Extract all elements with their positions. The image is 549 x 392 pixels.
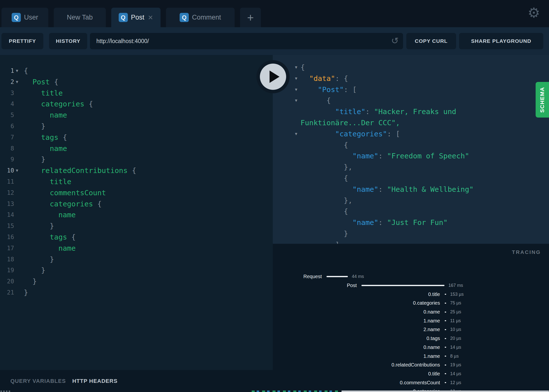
trace-row: 2.name10 µs xyxy=(273,325,549,334)
editor-line: 21} xyxy=(0,287,273,298)
tab-post[interactable]: QPost✕ xyxy=(111,8,161,27)
tab-label: Comment xyxy=(192,14,221,21)
code-line: "Post": [ xyxy=(301,84,357,95)
response-line: }, xyxy=(273,195,549,206)
response-line: }, xyxy=(273,162,549,173)
code-line: Post { xyxy=(24,76,58,88)
trace-resolver-label: 0.name xyxy=(273,309,440,315)
code-line: "categories": [ xyxy=(301,128,400,140)
query-badge-icon: Q xyxy=(119,13,128,22)
code-line: "title": "Hacker, Freaks und xyxy=(301,106,456,117)
trace-duration-bar xyxy=(445,329,446,330)
tab-http-headers[interactable]: HTTP HEADERS xyxy=(72,378,118,384)
code-line: name xyxy=(24,243,76,254)
trace-duration-bar xyxy=(445,312,446,313)
trace-row: 0.relatedContributions19 µs xyxy=(273,361,549,369)
code-line: name xyxy=(24,110,67,121)
trace-duration-value: 153 µs xyxy=(450,292,464,297)
code-line: { xyxy=(301,173,348,184)
tab-new-tab[interactable]: New Tab xyxy=(54,8,106,27)
trace-duration-value: 75 µs xyxy=(450,300,461,306)
schema-tab-label: SCHEMA xyxy=(539,87,546,113)
prettify-button[interactable]: PRETTIFY xyxy=(1,33,43,49)
execute-query-button[interactable] xyxy=(256,60,290,93)
fold-arrow-icon[interactable]: ▾ xyxy=(14,76,24,88)
trace-row: 1.name8 µs xyxy=(273,352,549,361)
code-line: title xyxy=(24,176,71,187)
line-number: 5 xyxy=(0,110,14,121)
tab-query-variables[interactable]: QUERY VARIABLES xyxy=(10,378,66,384)
code-line: } xyxy=(24,265,45,276)
code-line: } xyxy=(24,254,54,265)
response-line: "name": "Health & Wellbeing" xyxy=(273,184,549,195)
code-line: } xyxy=(301,228,348,239)
close-tab-icon[interactable]: ✕ xyxy=(148,14,153,21)
fold-arrow-icon xyxy=(14,121,24,132)
editor-line: 4 categories { xyxy=(0,98,273,110)
bottom-edge-artifact xyxy=(0,391,11,392)
tracing-panel: TRACING Request44 msPost167 ms0.title153… xyxy=(273,244,549,392)
add-tab-button[interactable]: + xyxy=(240,8,261,27)
fold-arrow-icon xyxy=(14,132,24,143)
copy-curl-button[interactable]: COPY CURL xyxy=(406,33,456,49)
trace-duration-bar xyxy=(445,373,446,374)
line-number: 19 xyxy=(0,265,14,276)
reset-endpoint-icon[interactable]: ↺ xyxy=(391,36,399,45)
fold-arrow-icon[interactable]: ▾ xyxy=(14,165,24,176)
fold-arrow-icon xyxy=(14,98,24,110)
trace-resolver-label: 2.name xyxy=(273,327,440,332)
trace-resolver-label: 0.title xyxy=(273,371,440,377)
trace-row: 0.name25 µs xyxy=(273,308,549,317)
code-line: name xyxy=(24,209,76,220)
line-number: 8 xyxy=(0,143,14,154)
code-line: } xyxy=(24,276,37,287)
response-viewer: ▾{▾ "data": {▾ "Post": [▾ { "title": "Ha… xyxy=(273,55,549,244)
fold-arrow-icon[interactable]: ▾ xyxy=(273,128,301,140)
code-line: { xyxy=(301,95,331,106)
query-editor[interactable]: 1▾{2▾ Post {3 title4 categories {5 name6… xyxy=(0,55,273,370)
fold-arrow-icon xyxy=(273,184,301,195)
settings-gear-icon[interactable]: ⚙ xyxy=(528,6,540,20)
response-line: ▾ "data": { xyxy=(273,73,549,84)
tracing-title: TRACING xyxy=(512,249,541,255)
query-badge-icon: Q xyxy=(12,13,21,22)
fold-arrow-icon xyxy=(14,254,24,265)
fold-arrow-icon xyxy=(273,195,301,206)
editor-line: 12 commentsCount xyxy=(0,187,273,198)
code-line: title xyxy=(24,88,63,99)
trace-duration-value: 20 µs xyxy=(450,336,461,341)
response-line: } xyxy=(273,228,549,239)
history-button[interactable]: HISTORY xyxy=(49,33,87,49)
schema-sidebar-tab[interactable]: SCHEMA xyxy=(536,82,549,118)
trace-duration-value: 14 µs xyxy=(450,371,461,376)
fold-arrow-icon xyxy=(273,117,301,128)
response-line: { xyxy=(273,173,549,184)
trace-duration-value: 12 µs xyxy=(450,380,461,385)
share-playground-button[interactable]: SHARE PLAYGROUND xyxy=(459,33,543,49)
trace-duration-value: 10 µs xyxy=(450,327,461,332)
code-line: "name": "Just For Fun" xyxy=(301,217,448,228)
trace-resolver-label: 0.title xyxy=(273,292,440,297)
toolbar: PRETTIFY HISTORY ↺ COPY CURL SHARE PLAYG… xyxy=(0,27,549,55)
fold-arrow-icon[interactable]: ▾ xyxy=(273,95,301,106)
tab-user[interactable]: QUser xyxy=(1,8,48,27)
trace-resolver-label: Request xyxy=(273,274,322,279)
response-line: ] xyxy=(273,239,549,244)
trace-row: 0.name14 µs xyxy=(273,343,549,352)
fold-arrow-icon[interactable]: ▾ xyxy=(14,65,24,76)
fold-arrow-icon xyxy=(273,150,301,162)
line-number: 21 xyxy=(0,287,14,298)
trace-row: 0.commentsCount12 µs xyxy=(273,378,549,387)
editor-line: 11 title xyxy=(0,176,273,187)
editor-line: 8 name xyxy=(0,143,273,154)
editor-line: 19 } xyxy=(0,265,273,276)
line-number: 1 xyxy=(0,65,14,76)
editor-line: 5 name xyxy=(0,110,273,121)
response-line: "name": "Just For Fun" xyxy=(273,217,549,228)
horizontal-scrollbar[interactable] xyxy=(341,391,549,392)
endpoint-url-input[interactable] xyxy=(90,33,403,49)
editor-line: 6 } xyxy=(0,121,273,132)
tab-comment[interactable]: QComment xyxy=(166,8,235,27)
code-line: } xyxy=(24,287,28,298)
code-line: }, xyxy=(301,195,353,206)
